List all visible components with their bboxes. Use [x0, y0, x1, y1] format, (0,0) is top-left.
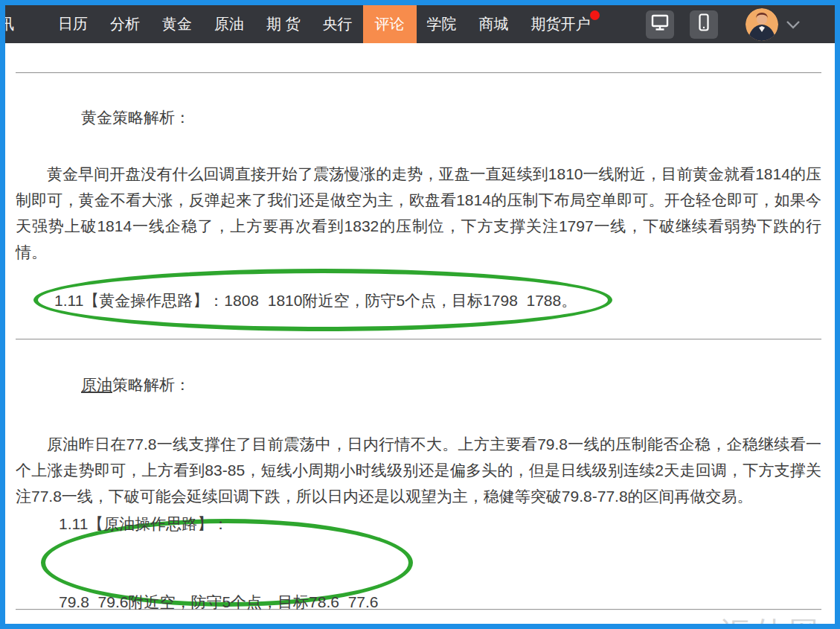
gold-trade-idea-annotation: 1.11【黄金操作思路】：1808 1810附近空，防守5个点，目标1798 1…	[33, 269, 612, 331]
nav-item-comments-active[interactable]: 评论	[363, 5, 417, 43]
desktop-view-button[interactable]	[646, 10, 674, 39]
account-dropdown-toggle[interactable]	[786, 16, 801, 33]
nav-item-gold[interactable]: 黄金	[162, 5, 192, 43]
crude-trade-idea-line2: 79.8 79.6附近空，防守5个点，目标78.6 77.6	[59, 589, 379, 615]
gold-trade-idea-text: 1.11【黄金操作思路】：1808 1810附近空，防守5个点，目标1798 1…	[54, 287, 577, 313]
nav-items: 讯 日历 分析 黄金 原油 期 货 央行 评论	[5, 5, 591, 43]
nav-item-futures[interactable]: 期 货	[266, 5, 301, 43]
mobile-icon	[693, 12, 714, 36]
nav-item-crude[interactable]: 原油	[214, 5, 244, 43]
crude-trade-idea-annotation: 1.11【原油操作思路】： 79.8 79.6附近空，防守5个点，目标78.6 …	[41, 519, 413, 607]
nav-item-academy[interactable]: 学院	[427, 5, 457, 43]
desktop-icon	[650, 12, 670, 36]
nav-item-calendar[interactable]: 日历	[58, 5, 88, 43]
gold-section-title: 黄金策略解析：	[81, 106, 821, 129]
nav-right-tools	[646, 5, 835, 43]
top-navbar: 讯 日历 分析 黄金 原油 期 货 央行 评论	[5, 5, 835, 43]
crude-trade-idea-line1: 1.11【原油操作思路】：	[59, 511, 379, 537]
nav-item-central-bank[interactable]: 央行	[323, 5, 353, 43]
article-content: 黄金策略解析： 黄金早间开盘没有什么回调直接开始了震荡慢涨的走势，亚盘一直延续到…	[5, 72, 835, 629]
gold-analysis-paragraph: 黄金早间开盘没有什么回调直接开始了震荡慢涨的走势，亚盘一直延续到1810一线附近…	[16, 161, 821, 265]
notification-dot	[590, 10, 600, 20]
nav-item-analysis[interactable]: 分析	[110, 5, 140, 43]
page-frame: 讯 日历 分析 黄金 原油 期 货 央行 评论	[0, 0, 840, 629]
nav-item-partial[interactable]: 讯	[5, 5, 16, 43]
crude-section-title: 原油策略解析：	[81, 374, 821, 396]
user-avatar[interactable]	[746, 8, 778, 41]
crude-trade-idea-text: 1.11【原油操作思路】： 79.8 79.6附近空，防守5个点，目标78.6 …	[59, 459, 379, 629]
mobile-view-button[interactable]	[690, 10, 718, 39]
nav-item-partial-label: 讯	[5, 5, 14, 43]
site-watermark: 汇外网	[720, 612, 823, 629]
crude-title-rest: 策略解析：	[112, 376, 190, 393]
crude-oil-link[interactable]: 原油	[81, 376, 112, 393]
chevron-down-icon	[786, 16, 801, 33]
nav-item-mall[interactable]: 商城	[479, 5, 509, 43]
nav-item-futures-account[interactable]: 期货开户	[531, 5, 591, 43]
divider-middle	[16, 339, 821, 340]
divider-top	[16, 72, 821, 74]
